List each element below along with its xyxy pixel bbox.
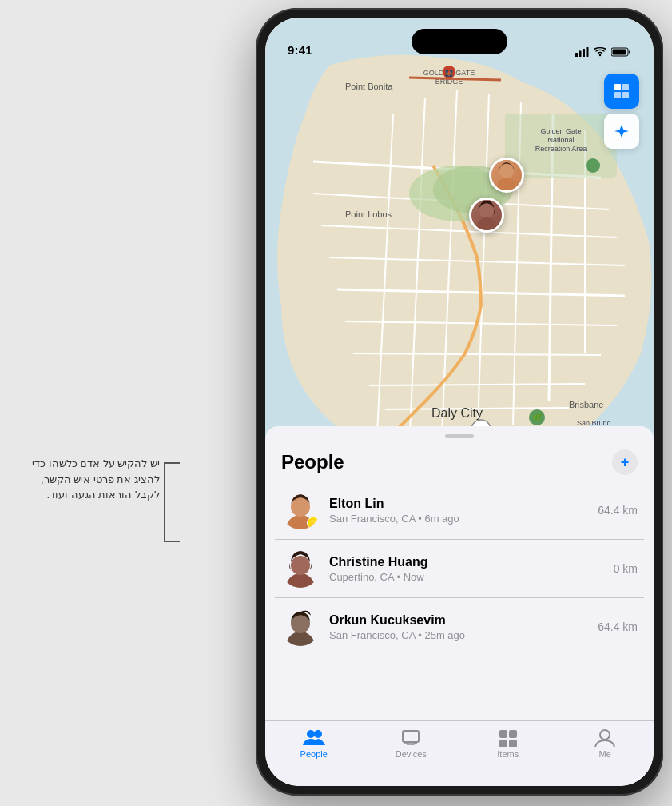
svg-point-55: [291, 497, 310, 517]
svg-text:Point Lobos: Point Lobos: [345, 209, 392, 219]
svg-rect-53: [622, 92, 629, 98]
svg-point-57: [291, 556, 310, 575]
svg-rect-0: [575, 53, 578, 57]
christine-name: Christine Huang: [329, 555, 604, 569]
person-item-elton[interactable]: ⭐ Elton Lin San Francisco, CA • 6m ago 6…: [275, 481, 644, 540]
svg-rect-52: [614, 92, 621, 98]
elton-avatar: ⭐: [281, 491, 320, 529]
svg-text:Golden Gate: Golden Gate: [540, 127, 581, 135]
svg-rect-66: [509, 730, 517, 738]
map-view-button[interactable]: [604, 74, 639, 109]
orkun-distance: 64.4 km: [598, 620, 638, 633]
elton-location: San Francisco, CA • 6m ago: [329, 513, 588, 525]
orkun-info: Orkun Kucuksevim San Francisco, CA • 25m…: [329, 613, 588, 641]
svg-point-44: [586, 158, 600, 173]
wifi-icon: [594, 47, 606, 57]
person-list: ⭐ Elton Lin San Francisco, CA • 6m ago 6…: [265, 481, 654, 656]
status-time: 9:41: [288, 43, 312, 57]
tab-items[interactable]: Items: [476, 728, 540, 759]
svg-point-60: [307, 730, 315, 738]
svg-rect-50: [614, 84, 621, 90]
svg-text:Brisbane: Brisbane: [569, 400, 603, 409]
add-person-button[interactable]: +: [612, 449, 638, 475]
tab-items-label: Items: [497, 749, 519, 759]
scene: יש להקיש על אדם כלשהו כדי להציג את פרטי …: [0, 0, 672, 806]
svg-text:National: National: [547, 136, 574, 144]
svg-text:🌉: 🌉: [445, 69, 453, 77]
orkun-name: Orkun Kucuksevim: [329, 613, 588, 628]
christine-map-avatar: [471, 200, 502, 230]
map-pin-elton[interactable]: [489, 158, 524, 193]
person-item-orkun[interactable]: Orkun Kucuksevim San Francisco, CA • 25m…: [275, 598, 644, 656]
location-button[interactable]: [604, 114, 639, 149]
map-svg: Point Bonita GOLDEN GATE BRIDGE Golden G…: [265, 18, 654, 473]
tab-me-label: Me: [599, 749, 611, 759]
bottom-sheet: People + ⭐: [265, 426, 654, 786]
map-pin-christine[interactable]: [469, 198, 504, 233]
svg-rect-65: [499, 730, 507, 738]
christine-avatar: [281, 549, 320, 588]
tab-devices-label: Devices: [396, 749, 427, 759]
tab-me[interactable]: Me: [573, 728, 637, 759]
svg-text:Recreation Area: Recreation Area: [535, 145, 587, 153]
tab-bar: People Devices: [265, 720, 654, 786]
svg-point-46: [497, 178, 516, 190]
tab-devices[interactable]: Devices: [379, 728, 443, 759]
christine-info: Christine Huang Cupertino, CA • Now: [329, 555, 604, 583]
svg-text:Daly City: Daly City: [431, 406, 483, 420]
map-area[interactable]: Point Bonita GOLDEN GATE BRIDGE Golden G…: [265, 18, 654, 473]
person-item-christine[interactable]: Christine Huang Cupertino, CA • Now 0 km: [275, 540, 644, 598]
tab-people[interactable]: People: [282, 728, 346, 759]
svg-point-69: [600, 730, 610, 740]
svg-rect-1: [579, 51, 582, 58]
svg-point-61: [314, 730, 322, 738]
elton-badge: ⭐: [307, 517, 320, 529]
tab-people-label: People: [300, 749, 328, 759]
svg-rect-67: [499, 740, 507, 747]
svg-rect-62: [403, 731, 419, 742]
devices-tab-icon: [400, 728, 422, 747]
me-tab-icon: [594, 728, 616, 747]
svg-rect-51: [622, 84, 629, 90]
annotation-text: יש להקיש על אדם כלשהו כדי להציג את פרטי …: [8, 456, 160, 503]
christine-location: Cupertino, CA • Now: [329, 571, 604, 583]
battery-icon: [611, 47, 631, 57]
orkun-location: San Francisco, CA • 25m ago: [329, 629, 588, 641]
svg-text:Point Bonita: Point Bonita: [345, 82, 393, 91]
orkun-avatar: [281, 608, 320, 646]
svg-point-58: [286, 632, 315, 646]
svg-point-48: [479, 204, 494, 218]
annotation-bracket: [164, 462, 180, 542]
elton-distance: 64.4 km: [598, 504, 638, 517]
svg-text:🌿: 🌿: [532, 413, 543, 423]
sheet-title: People: [281, 451, 344, 473]
svg-rect-68: [509, 740, 517, 747]
svg-rect-3: [587, 47, 589, 57]
status-icons: [575, 47, 631, 57]
map-background: Point Bonita GOLDEN GATE BRIDGE Golden G…: [265, 18, 654, 473]
christine-distance: 0 km: [614, 562, 638, 575]
svg-point-49: [477, 217, 496, 230]
dynamic-island: [412, 29, 507, 54]
sheet-header: People +: [265, 438, 654, 481]
elton-info: Elton Lin San Francisco, CA • 6m ago: [329, 497, 588, 525]
elton-name: Elton Lin: [329, 497, 588, 511]
svg-rect-5: [613, 50, 626, 55]
screen: 9:41: [265, 18, 654, 786]
items-tab-icon: [497, 728, 519, 747]
elton-map-avatar: [491, 160, 522, 190]
iphone-frame: 9:41: [256, 8, 663, 796]
map-controls: [604, 74, 639, 149]
svg-rect-2: [583, 49, 585, 57]
svg-point-56: [286, 573, 315, 588]
people-tab-icon: [303, 728, 325, 747]
svg-point-47: [499, 164, 514, 178]
signal-icon: [575, 47, 589, 57]
